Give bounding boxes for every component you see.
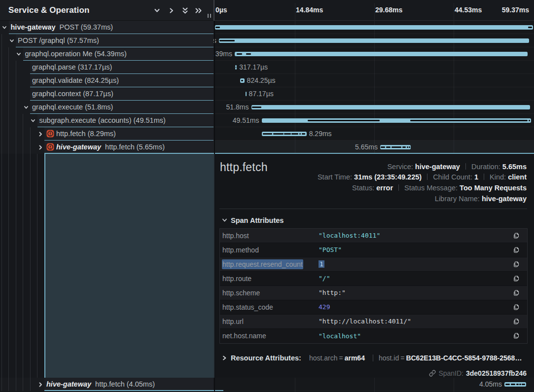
expand-all-icon[interactable] [195,7,202,14]
span-bar[interactable] [380,145,411,150]
copy-icon[interactable] [505,318,527,325]
ruler-tick: 29.68ms [375,6,402,14]
span-id-row: SpanID: 3de02518937fb246 [429,369,527,377]
copy-icon[interactable] [505,304,527,311]
span-duration-label: 4.05ms [479,378,502,391]
timeline-row[interactable]: 5.65ms [213,141,534,154]
panel-resize-divider[interactable] [214,0,214,21]
span-bar[interactable] [219,38,529,43]
resource-attributes-row[interactable]: Resource Attributes: host.arch=arm64host… [222,354,527,362]
collapse-one-icon[interactable] [153,7,161,14]
grid-line [454,3,454,21]
span-bar-event-marker [519,384,521,385]
span-duration-label: 51.8ms [226,101,249,114]
chevron-down-icon[interactable] [16,52,21,57]
timeline-row[interactable]: 59.37ms [213,21,534,34]
indent-guide [16,74,16,87]
attribute-row[interactable]: http.method"POST" [220,243,527,257]
ruler-tick: 59.37ms [502,6,529,14]
timeline-row[interactable]: 824.25µs [213,74,534,87]
chevron-right-icon[interactable] [38,132,43,137]
span-attributes-header[interactable]: Span Attributes [222,216,284,224]
span-bar-event-marker [273,133,284,135]
span-bar[interactable] [246,92,247,97]
span-name[interactable]: graphql.validate (824.25µs) [30,74,214,87]
attribute-row[interactable]: http.route"/" [220,272,527,286]
span-bar-event-marker [263,133,273,135]
panel-resize-grip[interactable] [208,14,211,18]
link-icon[interactable] [429,370,436,377]
timeline-row[interactable]: 8.29ms [213,127,534,141]
span-row[interactable]: graphql.context (87.17µs) [0,87,214,101]
span-bar[interactable] [251,105,531,110]
indent-guide [1,141,2,154]
span-bar[interactable] [262,118,532,123]
attribute-row[interactable]: net.host.name"localhost" [220,329,527,343]
chevron-right-icon[interactable] [38,145,43,150]
chevron-down-icon[interactable] [24,105,29,110]
span-row[interactable]: subgraph.execute (accounts) (49.51ms) [0,114,214,127]
span-row[interactable]: graphql.execute (51.8ms) [0,101,214,114]
attribute-row[interactable]: http.host"localhost:4011" [220,229,527,243]
span-bar-event-marker [299,133,301,135]
span-row[interactable]: hive-gatewayhttp.fetch (5.65ms) [0,141,214,154]
attribute-value: 429 [319,303,505,311]
span-name[interactable]: graphql.parse (317.17µs) [30,61,214,74]
copy-icon[interactable] [505,247,527,253]
span-duration-label: 317.17µs [239,61,268,74]
indent-guide [23,378,23,391]
timeline-row[interactable]: 51.8ms [213,101,534,114]
span-name[interactable]: hive-gatewayhttp.fetch (5.65ms) [44,141,214,154]
attribute-row[interactable]: http.url"http://localhost:4011/" [220,315,527,329]
span-name[interactable]: graphql.context (87.17µs) [30,87,214,101]
timeline-row[interactable]: 57.57ms [213,34,534,47]
timeline-row[interactable]: 54.39ms [213,47,534,61]
expand-one-icon[interactable] [168,7,175,14]
span-bar[interactable] [240,78,245,83]
span-row[interactable]: hive-gatewayhttp.fetch (4.05ms) [0,378,214,391]
attribute-row[interactable]: http.status_code429 [220,300,527,315]
span-name[interactable]: graphql.execute (51.8ms) [30,101,214,114]
meta-value: 1 [474,173,478,181]
chevron-down-icon[interactable] [2,25,7,30]
span-row[interactable]: http.fetch (8.29ms) [0,127,214,141]
collapse-all-icon[interactable] [181,7,189,14]
timeline-row[interactable]: 49.51ms [213,114,534,127]
span-bar[interactable] [235,52,528,57]
attribute-row[interactable]: http.scheme"http:" [220,286,527,300]
chevron-down-icon[interactable] [31,118,36,123]
span-name[interactable]: http.fetch (8.29ms) [44,127,214,141]
span-name[interactable]: hive-gatewayPOST (59.37ms) [9,21,214,34]
chevron-down-icon[interactable] [9,38,14,43]
span-bar[interactable] [504,382,526,387]
meta-separator [484,174,484,180]
copy-icon[interactable] [505,332,527,339]
timeline-row[interactable]: 317.17µs [213,61,534,74]
span-row[interactable]: graphql.validate (824.25µs) [0,74,214,87]
indent-guide [23,141,23,154]
copy-icon[interactable] [505,261,527,268]
span-row[interactable]: graphql.operation Me (54.39ms) [0,47,214,61]
attribute-row[interactable]: http.request.resend_count1 [220,257,527,272]
span-bar-event-marker [386,146,391,148]
copy-icon[interactable] [505,275,527,282]
span-row[interactable]: hive-gatewayPOST (59.37ms) [0,21,214,34]
span-bar[interactable] [262,132,306,137]
span-name[interactable]: POST /graphql (57.57ms) [16,34,214,47]
copy-icon[interactable] [505,289,527,296]
timeline-ruler[interactable]: 0µs14.84ms29.68ms44.53ms59.37ms [214,0,534,21]
chevron-right-icon[interactable] [38,382,43,387]
timeline-row[interactable]: 87.17µs [213,87,534,101]
indent-guide [23,154,23,378]
timeline-row[interactable]: 4.05ms [213,378,534,391]
span-bar[interactable] [235,65,237,70]
span-row[interactable]: POST /graphql (57.57ms) [0,34,214,47]
span-name[interactable]: graphql.operation Me (54.39ms) [23,47,214,61]
span-name[interactable]: subgraph.execute (accounts) (49.51ms) [37,114,214,127]
copy-icon[interactable] [505,232,527,239]
span-bar[interactable] [215,25,533,30]
span-name[interactable]: hive-gatewayhttp.fetch (4.05ms) [44,378,214,391]
meta-label: Service: [387,163,415,171]
span-row[interactable]: graphql.parse (317.17µs) [0,61,214,74]
meta-label: Start Time: [318,173,354,181]
